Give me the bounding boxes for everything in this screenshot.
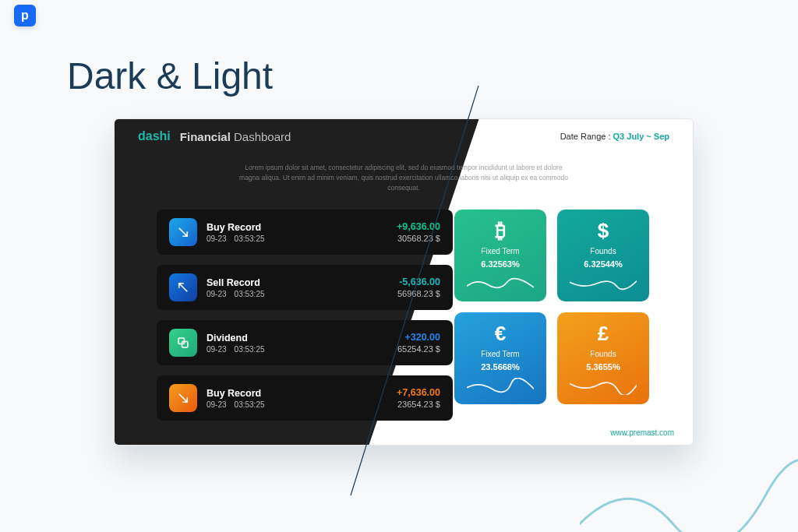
record-row[interactable]: Sell Record 09-2303:53:25 -5,636.00 5696… xyxy=(157,265,453,310)
bitcoin-icon: ₿ xyxy=(496,220,506,241)
tile-percent: 6.32544% xyxy=(584,259,623,269)
record-amount: 65254.23 $ xyxy=(397,344,440,354)
brand-logo: dashi xyxy=(138,129,171,143)
tile-label: Founds xyxy=(590,350,616,358)
stat-tile-euro[interactable]: € Fixed Term 23.5668% xyxy=(454,312,546,404)
sparkline-icon xyxy=(467,378,534,395)
app-badge: p xyxy=(14,5,36,26)
arrow-down-right-icon xyxy=(169,384,197,412)
record-title: Buy Record xyxy=(207,388,265,399)
record-delta: +320.00 xyxy=(397,332,440,343)
pound-icon: £ xyxy=(598,323,609,344)
record-row[interactable]: Buy Record 09-2303:53:25 +7,636.00 23654… xyxy=(157,375,453,421)
stat-tile-pound[interactable]: £ Founds 5.3655% xyxy=(557,312,649,404)
swap-icon xyxy=(169,329,197,357)
arrow-down-right-icon xyxy=(169,218,197,246)
record-title: Buy Record xyxy=(207,222,265,233)
record-timestamp: 09-2303:53:25 xyxy=(207,234,265,243)
record-amount: 23654.23 $ xyxy=(397,400,440,409)
record-row[interactable]: Buy Record 09-2303:53:25 +9,636.00 30568… xyxy=(157,210,453,255)
tile-label: Fixed Term xyxy=(481,247,519,255)
dollar-icon: $ xyxy=(598,220,609,241)
record-row[interactable]: Dividend 09-2303:53:25 +320.00 65254.23 … xyxy=(157,320,453,365)
tile-label: Founds xyxy=(590,247,616,255)
dashboard-title: Financial Dashboard xyxy=(180,130,291,143)
record-timestamp: 09-2303:53:25 xyxy=(207,400,265,409)
date-range-label[interactable]: Date Range : Q3 July ~ Sep xyxy=(560,132,669,141)
record-timestamp: 09-2303:53:25 xyxy=(207,345,265,354)
record-title: Sell Record xyxy=(207,277,265,288)
arrow-up-left-icon xyxy=(169,273,197,301)
euro-icon: € xyxy=(495,323,506,344)
tile-label: Fixed Term xyxy=(481,350,519,358)
page-title: Dark & Light xyxy=(67,55,273,97)
records-list: Buy Record 09-2303:53:25 +9,636.00 30568… xyxy=(157,210,453,421)
record-amount: 56968.23 $ xyxy=(397,289,440,298)
sparkline-icon xyxy=(467,275,534,292)
sparkline-icon xyxy=(570,275,637,292)
dashboard-card: dashi Financial Dashboard Date Range : Q… xyxy=(114,118,694,446)
record-delta: +9,636.00 xyxy=(397,221,440,232)
record-amount: 30568.23 $ xyxy=(397,234,440,243)
dashboard-header: dashi Financial Dashboard Date Range : Q… xyxy=(115,119,693,153)
stat-tiles-grid: ₿ Fixed Term 6.32563% $ Founds 6.32544% … xyxy=(454,210,649,404)
stat-tile-dollar[interactable]: $ Founds 6.32544% xyxy=(557,210,649,301)
stat-tile-bitcoin[interactable]: ₿ Fixed Term 6.32563% xyxy=(454,210,546,301)
tile-percent: 6.32563% xyxy=(481,259,520,269)
tile-percent: 23.5668% xyxy=(481,362,520,372)
record-title: Dividend xyxy=(207,333,265,344)
tile-percent: 5.3655% xyxy=(586,362,620,372)
record-timestamp: 09-2303:53:25 xyxy=(207,290,265,298)
sparkline-icon xyxy=(570,378,637,395)
background-wave xyxy=(580,423,798,532)
record-delta: +7,636.00 xyxy=(397,387,440,398)
description-text: Lorem ipsum dolor sit amet, consectetur … xyxy=(236,163,571,192)
record-delta: -5,636.00 xyxy=(397,277,440,287)
